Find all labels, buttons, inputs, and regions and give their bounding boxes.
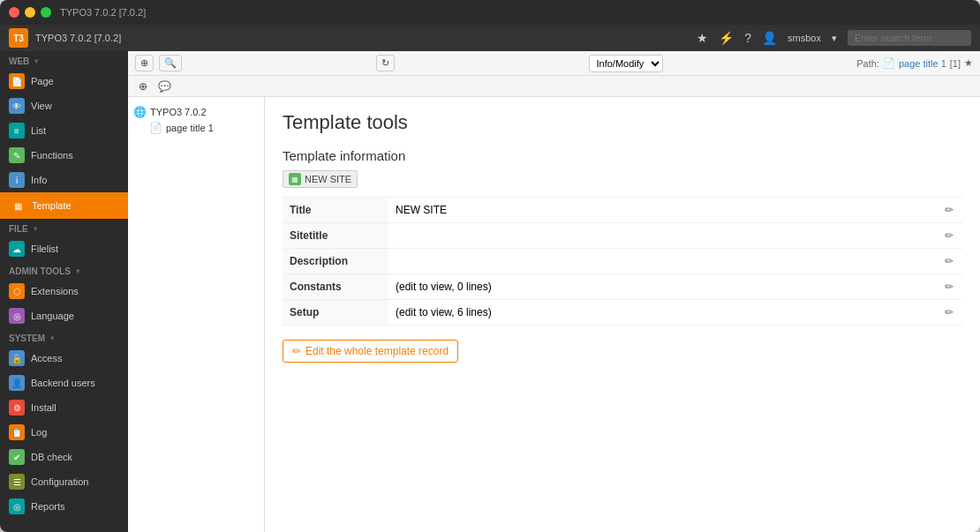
refresh-button[interactable]: ↻	[376, 55, 395, 71]
sidebar-item-functions-label: Functions	[31, 150, 73, 161]
edit-pencil-btn[interactable]: ✏	[945, 255, 954, 267]
table-row: Constants (edit to view, 0 lines) ✏	[283, 274, 962, 300]
sidebar-item-list-label: List	[31, 125, 46, 136]
sidebar: WEB ▾ 📄 Page 👁 View ≡ List ✎ Functions i	[0, 51, 128, 532]
sidebar-item-filelist-label: Filelist	[31, 244, 58, 254]
table-cell-edit[interactable]: ✏	[936, 300, 962, 326]
table-cell-label: Setup	[283, 300, 388, 326]
table-cell-label: Title	[283, 198, 388, 223]
user-icon[interactable]: 👤	[762, 31, 777, 45]
sidebar-item-configuration[interactable]: ☰ Configuration	[0, 469, 128, 494]
titlebar-text: TYPO3 7.0.2 [7.0.2]	[60, 7, 146, 18]
section-title: Template information	[283, 148, 962, 163]
sidebar-item-reports-label: Reports	[31, 501, 65, 512]
sidebar-item-configuration-label: Configuration	[31, 476, 88, 487]
language-icon: ◎	[9, 308, 25, 324]
sidebar-item-install-label: Install	[31, 402, 57, 413]
maximize-button[interactable]	[41, 7, 51, 18]
close-button[interactable]	[9, 7, 19, 18]
sidebar-item-filelist[interactable]: ☁ Filelist	[0, 236, 128, 261]
breadcrumb-page-icon: 📄	[883, 57, 895, 69]
breadcrumb-page-link[interactable]: page title 1	[899, 58, 946, 69]
app-window: TYPO3 7.0.2 [7.0.2] T3 TYPO3 7.0.2 [7.0.…	[0, 0, 980, 532]
web-section-arrow: ▾	[34, 57, 38, 65]
typo3-logo: T3	[9, 28, 28, 48]
page-title: Template tools	[283, 111, 962, 134]
file-section-arrow: ▾	[34, 225, 37, 233]
table-cell-edit[interactable]: ✏	[936, 249, 962, 274]
sidebar-item-functions[interactable]: ✎ Functions	[0, 143, 128, 168]
sidebar-section-admin: ADMIN TOOLS ▾	[0, 261, 128, 279]
new-site-icon: ▦	[289, 173, 301, 185]
sidebar-item-install[interactable]: ⚙ Install	[0, 395, 128, 420]
toolbar2-add-button[interactable]: ⊕	[135, 79, 151, 94]
edit-pencil-icon: ✏	[292, 345, 301, 357]
sidebar-item-reports[interactable]: ◎ Reports	[0, 494, 128, 519]
user-dropdown-arrow[interactable]: ▾	[832, 33, 837, 44]
new-site-badge: ▦ NEW SITE	[283, 170, 358, 188]
sidebar-item-info[interactable]: i Info	[0, 168, 128, 192]
admin-section-arrow: ▾	[76, 267, 79, 275]
sidebar-item-list[interactable]: ≡ List	[0, 118, 128, 143]
sidebar-item-language[interactable]: ◎ Language	[0, 303, 128, 328]
table-cell-edit[interactable]: ✏	[936, 198, 962, 223]
table-cell-label: Sitetitle	[283, 223, 388, 249]
sidebar-item-log[interactable]: 📋 Log	[0, 420, 128, 445]
sidebar-item-template[interactable]: ▦ Template	[0, 192, 128, 219]
tree-page[interactable]: 📄 page title 1	[133, 120, 259, 136]
list-icon: ≡	[9, 123, 25, 139]
tree-page-icon: 📄	[149, 122, 162, 134]
table-cell-value: (edit to view, 6 lines)	[388, 300, 936, 326]
content-area: ⊕ 🔍 ↻ Info/Modify Path: 📄 page title 1 […	[128, 51, 980, 532]
edit-pencil-btn[interactable]: ✏	[945, 229, 954, 242]
help-icon[interactable]: ?	[744, 31, 751, 45]
sidebar-item-page-label: Page	[31, 76, 54, 86]
edit-pencil-btn[interactable]: ✏	[945, 204, 954, 216]
sidebar-item-language-label: Language	[31, 311, 74, 321]
table-cell-edit[interactable]: ✏	[936, 223, 962, 249]
content-body: 🌐 TYPO3 7.0.2 📄 page title 1 Template to…	[128, 97, 980, 532]
access-icon: 🔒	[9, 350, 25, 366]
sidebar-item-extensions-label: Extensions	[31, 286, 79, 296]
edit-link-label: Edit the whole template record	[305, 345, 449, 357]
edit-whole-template-button[interactable]: ✏ Edit the whole template record	[283, 340, 458, 363]
breadcrumb-star[interactable]: ★	[964, 57, 973, 69]
topbar: T3 TYPO3 7.0.2 [7.0.2] ★ ⚡ ? 👤 smsbox ▾	[0, 25, 980, 51]
sidebar-item-backend-users[interactable]: 👤 Backend users	[0, 371, 128, 395]
traffic-lights	[9, 7, 51, 18]
sidebar-item-access[interactable]: 🔒 Access	[0, 346, 128, 371]
edit-pencil-btn[interactable]: ✏	[945, 281, 954, 293]
minimize-button[interactable]	[25, 7, 35, 18]
edit-pencil-btn[interactable]: ✏	[945, 306, 954, 318]
sidebar-item-db-check-label: DB check	[31, 452, 72, 462]
breadcrumb-path-label: Path:	[856, 58, 879, 69]
sidebar-item-view-label: View	[31, 101, 52, 111]
search-button[interactable]: 🔍	[159, 55, 182, 71]
sidebar-item-extensions[interactable]: ⬡ Extensions	[0, 279, 128, 303]
table-row: Title NEW SITE ✏	[283, 198, 962, 223]
add-template-button[interactable]: ⊕	[135, 55, 154, 71]
breadcrumb: Path: 📄 page title 1 [1] ★	[856, 57, 973, 69]
table-cell-edit[interactable]: ✏	[936, 274, 962, 300]
sidebar-item-db-check[interactable]: ✔ DB check	[0, 445, 128, 469]
table-row: Description ✏	[283, 249, 962, 274]
flash-icon[interactable]: ⚡	[719, 31, 734, 45]
sidebar-item-view[interactable]: 👁 View	[0, 94, 128, 118]
toolbar2-info-button[interactable]: 💬	[155, 79, 175, 94]
tree-root[interactable]: 🌐 TYPO3 7.0.2	[133, 104, 259, 120]
bookmark-icon[interactable]: ★	[697, 31, 708, 45]
sidebar-item-backend-users-label: Backend users	[31, 378, 95, 388]
titlebar: TYPO3 7.0.2 [7.0.2]	[0, 0, 980, 25]
content-toolbar2: ⊕ 💬	[128, 76, 980, 97]
search-input[interactable]	[848, 30, 971, 46]
tree-root-label: TYPO3 7.0.2	[150, 107, 207, 117]
sidebar-item-page[interactable]: 📄 Page	[0, 69, 128, 94]
username[interactable]: smsbox	[788, 33, 821, 43]
mode-select[interactable]: Info/Modify	[589, 55, 663, 72]
new-site-badge-text: NEW SITE	[305, 174, 351, 184]
reports-icon: ◎	[9, 498, 25, 514]
info-icon: i	[9, 172, 25, 188]
tree-root-icon: 🌐	[133, 106, 147, 118]
main-layout: WEB ▾ 📄 Page 👁 View ≡ List ✎ Functions i	[0, 51, 980, 532]
table-cell-value	[388, 249, 936, 274]
